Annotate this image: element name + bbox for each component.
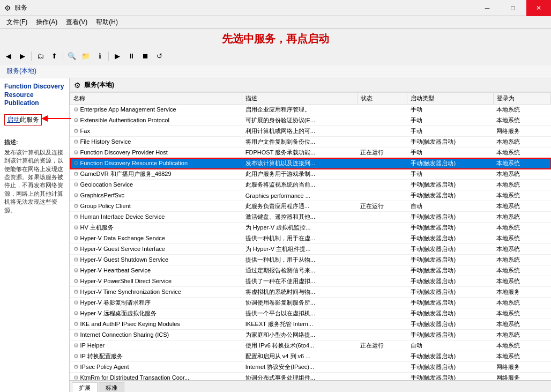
- cell-login: 本地系统: [493, 319, 550, 330]
- table-row[interactable]: ⚙ Function Discovery Provider HostFDPHOS…: [70, 147, 551, 158]
- table-row[interactable]: ⚙ File History Service将用户文件复制到备份位...手动(触…: [70, 137, 551, 147]
- cell-startup: 手动(触发器启动): [407, 362, 494, 373]
- nav-local-services[interactable]: 服务(本地): [2, 65, 41, 77]
- cell-desc: 此服务将监视系统的当前...: [242, 180, 357, 190]
- restart-button[interactable]: ↺: [153, 50, 166, 62]
- minimize-button[interactable]: ─: [475, 0, 500, 16]
- cell-startup: 手动: [407, 115, 494, 126]
- service-row-icon: ⚙: [73, 224, 79, 231]
- cell-startup: 手动: [407, 147, 494, 158]
- menu-view[interactable]: 查看(V): [62, 17, 92, 28]
- table-row[interactable]: ⚙ Hyper-V Time Synchronization Service将虚…: [70, 287, 551, 298]
- cell-startup: 手动(触发器启动): [407, 137, 494, 147]
- table-row[interactable]: ⚙ Hyper-V Guest Shutdown Service提供一种机制，用…: [70, 255, 551, 265]
- cell-service-name: ⚙ GameDVR 和广播用户服务_46829: [70, 169, 242, 180]
- tab-扩展[interactable]: 扩展: [72, 382, 98, 392]
- cell-desc: 提供一种机制，用于在虚...: [242, 233, 357, 244]
- cell-service-name: ⚙ IP 转换配置服务: [70, 351, 242, 362]
- cell-service-name: ⚙ Hyper-V Heartbeat Service: [70, 265, 242, 276]
- service-row-icon: ⚙: [73, 138, 79, 145]
- up-button[interactable]: ⬆: [48, 50, 61, 62]
- table-row[interactable]: ⚙ Hyper-V Heartbeat Service通过定期报告检测信号来..…: [70, 265, 551, 276]
- cell-service-name: ⚙ Hyper-V 远程桌面虚拟化服务: [70, 308, 242, 319]
- app-icon: ⚙: [4, 4, 11, 12]
- col-login[interactable]: 登录为: [493, 93, 550, 105]
- folder-button[interactable]: 📁: [79, 50, 92, 62]
- start-link[interactable]: 启动: [7, 116, 20, 123]
- cell-desc: 将用户文件复制到备份位...: [242, 137, 357, 147]
- maximize-button[interactable]: □: [501, 0, 525, 16]
- table-row[interactable]: ⚙ Geolocation Service此服务将监视系统的当前...手动(触发…: [70, 180, 551, 190]
- info-button[interactable]: ℹ: [93, 50, 106, 62]
- table-row[interactable]: ⚙ Hyper-V 远程桌面虚拟化服务提供一个平台以在虚拟机...手动(触发器启…: [70, 308, 551, 319]
- cell-service-name: ⚙ Enterprise App Management Service: [70, 105, 242, 115]
- table-row[interactable]: ⚙ IP 转换配置服务配置和启用从 v4 到 v6 ...手动(触发器启动)本地…: [70, 351, 551, 362]
- table-row[interactable]: ⚙ IPsec Policy AgentInternet 协议安全(IPsec)…: [70, 362, 551, 373]
- table-row[interactable]: ⚙ IKE and AuthIP IPsec Keying ModulesIKE…: [70, 319, 551, 330]
- cell-desc: 协调使用卷影复制服务所...: [242, 298, 357, 308]
- services-table-container[interactable]: 名称 描述 状态 启动类型 登录为 ⚙ Enterprise App Manag…: [70, 92, 551, 380]
- table-row[interactable]: ⚙ HV 主机服务为 Hyper-V 虚拟机监控...手动(触发器启动)本地系统: [70, 223, 551, 233]
- cell-login: 本地系统: [493, 276, 550, 287]
- table-row[interactable]: ⚙ Extensible Authentication Protocol可扩展的…: [70, 115, 551, 126]
- service-row-icon: ⚙: [73, 310, 79, 316]
- table-row[interactable]: ⚙ GraphicsPerfSvcGraphics performance ..…: [70, 190, 551, 201]
- cell-status: [357, 330, 407, 341]
- col-name[interactable]: 名称: [70, 93, 242, 105]
- menu-help[interactable]: 帮助(H): [92, 17, 122, 28]
- table-row[interactable]: ⚙ Function Discovery Resource Publicatio…: [70, 158, 551, 169]
- service-row-icon: ⚙: [73, 299, 79, 306]
- table-row[interactable]: ⚙ IP Helper使用 IPv6 转换技术(6to4...正在运行自动本地系…: [70, 341, 551, 351]
- table-row[interactable]: ⚙ Hyper-V Data Exchange Service提供一种机制，用于…: [70, 233, 551, 244]
- close-button[interactable]: ✕: [526, 0, 551, 16]
- table-row[interactable]: ⚙ Enterprise App Management Service启用企业应…: [70, 105, 551, 115]
- forward-button[interactable]: ▶: [16, 50, 29, 62]
- start-service-box[interactable]: 启动此服务: [4, 114, 42, 125]
- show-tree-button[interactable]: 🗂: [34, 50, 47, 62]
- cell-startup: 手动: [407, 126, 494, 137]
- cell-status: [357, 319, 407, 330]
- cell-desc: Internet 协议安全(IPsec)...: [242, 362, 357, 373]
- table-row[interactable]: ⚙ Internet Connection Sharing (ICS)为家庭和小…: [70, 330, 551, 341]
- cell-startup: 手动(触发器启动): [407, 212, 494, 223]
- table-row[interactable]: ⚙ Group Policy Client此服务负责应用程序通...正在运行自动…: [70, 201, 551, 212]
- table-row[interactable]: ⚙ Hyper-V Guest Service Interface为 Hyper…: [70, 244, 551, 255]
- cell-login: 本地系统: [493, 223, 550, 233]
- tab-标准[interactable]: 标准: [99, 382, 124, 392]
- table-row[interactable]: ⚙ Hyper-V 卷影复制请求程序协调使用卷影复制服务所...手动(触发器启动…: [70, 298, 551, 308]
- back-button[interactable]: ◀: [2, 50, 15, 62]
- cell-startup: 手动(触发器启动): [407, 373, 494, 381]
- service-row-icon: ⚙: [73, 213, 79, 220]
- col-desc[interactable]: 描述: [242, 93, 357, 105]
- service-row-icon: ⚙: [73, 235, 79, 241]
- cell-login: 本地系统: [493, 233, 550, 244]
- cell-startup: 手动(触发器启动): [407, 351, 494, 362]
- col-startup[interactable]: 启动类型: [407, 93, 494, 105]
- stop-button[interactable]: ⏹: [139, 50, 152, 62]
- cell-login: 本地系统: [493, 330, 550, 341]
- cell-login: 本地系统: [493, 351, 550, 362]
- cell-desc: 为 Hyper-V 虚拟机监控...: [242, 223, 357, 233]
- cell-desc: 可扩展的身份验证协议(E...: [242, 115, 357, 126]
- menu-action[interactable]: 操作(A): [32, 17, 62, 28]
- table-row[interactable]: ⚙ Fax利用计算机或网络上的可...手动网络服务: [70, 126, 551, 137]
- cell-status: [357, 244, 407, 255]
- pause-button[interactable]: ⏸: [125, 50, 138, 62]
- service-row-icon: ⚙: [73, 256, 79, 263]
- table-row[interactable]: ⚙ Hyper-V PowerShell Direct Service提供了一种…: [70, 276, 551, 287]
- service-row-icon: ⚙: [73, 246, 79, 252]
- description-text: 发布该计算机以及连接到该计算机的资源，以便能够在网络上发现这些资源。如果该服务被…: [4, 149, 65, 215]
- cell-desc: 发布该计算机以及连接到...: [242, 158, 357, 169]
- cell-status: [357, 105, 407, 115]
- cell-login: 本地系统: [493, 105, 550, 115]
- col-status[interactable]: 状态: [357, 93, 407, 105]
- menu-file[interactable]: 文件(F): [2, 17, 32, 28]
- cell-status: [357, 169, 407, 180]
- table-row[interactable]: ⚙ KtmRm for Distributed Transaction Coor…: [70, 373, 551, 381]
- table-row[interactable]: ⚙ GameDVR 和广播用户服务_46829此用户服务用于游戏录制...手动本…: [70, 169, 551, 180]
- play-button[interactable]: ▶: [111, 50, 124, 62]
- service-row-icon: ⚙: [73, 331, 79, 338]
- table-row[interactable]: ⚙ Human Interface Device Service激活键盘、遥控器…: [70, 212, 551, 223]
- search-button[interactable]: 🔍: [65, 50, 78, 62]
- service-row-icon: ⚙: [73, 203, 79, 209]
